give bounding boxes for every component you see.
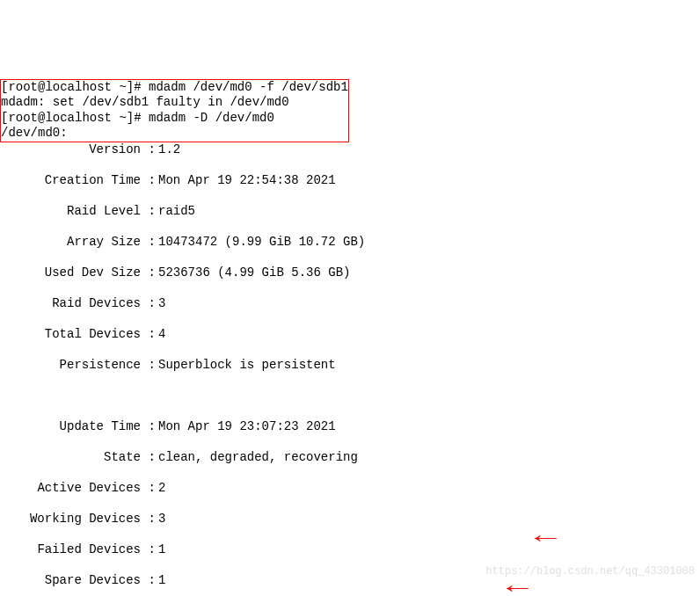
label-failed-devices: Failed Devices: [0, 542, 141, 558]
label-working-devices: Working Devices: [0, 512, 141, 527]
label-array-size: Array Size: [0, 235, 141, 251]
label-update-time: Update Time: [0, 419, 141, 435]
value-active-devices: 2: [158, 481, 165, 497]
label-total-devices: Total Devices: [0, 327, 141, 343]
label-spare-devices: Spare Devices: [0, 573, 141, 589]
value-update-time: Mon Apr 19 23:07:23 2021: [158, 419, 336, 435]
value-persistence: Superblock is persistent: [158, 358, 336, 374]
value-used-dev-size: 5236736 (4.99 GiB 5.36 GB): [158, 265, 350, 281]
value-raid-devices: 3: [158, 296, 165, 312]
cmd-faulty: [root@localhost ~]# mdadm /dev/md0 -f /d…: [1, 80, 348, 96]
value-creation-time: Mon Apr 19 22:54:38 2021: [158, 173, 336, 189]
mdadm-output: mdadm: set /dev/sdb1 faulty in /dev/md0: [1, 95, 348, 111]
value-spare-devices: 1: [158, 573, 165, 589]
label-version: Version: [0, 142, 141, 158]
device-header: /dev/md0:: [1, 126, 348, 142]
label-raid-level: Raid Level: [0, 204, 141, 220]
value-state: clean, degraded, recovering: [158, 450, 358, 466]
label-state: State: [0, 450, 141, 466]
watermark: https://blog.csdn.net/qq_43301008: [485, 565, 695, 578]
value-version: 1.2: [158, 142, 180, 158]
label-creation-time: Creation Time: [0, 173, 141, 189]
value-failed-devices: 1: [158, 542, 165, 558]
value-working-devices: 3: [158, 512, 165, 527]
value-array-size: 10473472 (9.99 GiB 10.72 GB): [158, 235, 365, 251]
cmd-detail: [root@localhost ~]# mdadm -D /dev/md0: [1, 111, 348, 127]
arrow-icon: ←: [535, 523, 557, 554]
label-persistence: Persistence: [0, 358, 141, 374]
label-raid-devices: Raid Devices: [0, 296, 141, 312]
value-raid-level: raid5: [158, 204, 195, 220]
label-used-dev-size: Used Dev Size: [0, 265, 141, 281]
label-active-devices: Active Devices: [0, 481, 141, 497]
terminal-output: [root@localhost ~]# mdadm /dev/md0 -f /d…: [0, 62, 700, 596]
value-total-devices: 4: [158, 327, 165, 343]
top-command-box: [root@localhost ~]# mdadm /dev/md0 -f /d…: [0, 79, 349, 142]
